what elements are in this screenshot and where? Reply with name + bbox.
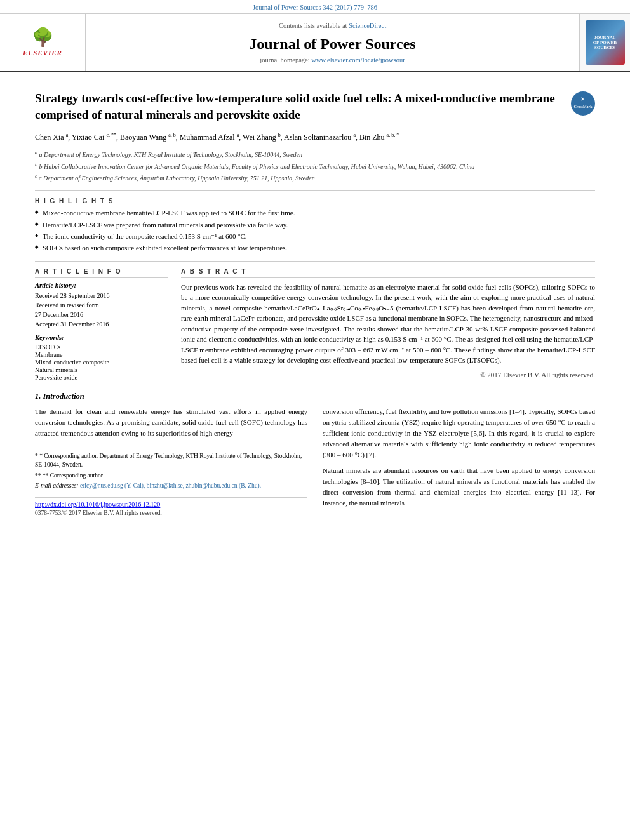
doi-link: http://dx.doi.org/10.1016/j.jpowsour.201… [35, 501, 307, 508]
journal-center: Contents lists available at ScienceDirec… [86, 14, 579, 71]
crossmark-text: CrossMark [573, 105, 592, 109]
copyright-line: © 2017 Elsevier B.V. All rights reserved… [181, 371, 595, 378]
science-direct-link: Contents lists available at ScienceDirec… [279, 22, 386, 29]
keywords-label: Keywords: [35, 334, 168, 341]
elsevier-tree-icon: 🌳 [32, 29, 54, 46]
journal-header: 🌳 ELSEVIER Contents lists available at S… [0, 14, 630, 72]
highlight-item-4: SOFCs based on such composite exhibited … [35, 243, 595, 253]
author-sup-a3: a [353, 132, 356, 138]
bottom-bar: http://dx.doi.org/10.1016/j.jpowsour.201… [35, 497, 307, 516]
author-sup-c: c, ** [106, 132, 116, 138]
keyword-3: Mixed-conductive composite [35, 359, 168, 366]
footnotes-area: * * Corresponding author. Department of … [35, 448, 307, 491]
intro-heading: 1. Introduction [35, 392, 595, 401]
affil-sup-b: b [35, 162, 37, 168]
journal-homepage: journal homepage: www.elsevier.com/locat… [260, 57, 405, 63]
footnote-corresponding-1: * * Corresponding author. Department of … [35, 452, 307, 470]
affiliation-a: a a Department of Energy Technology, KTH… [35, 149, 595, 159]
keyword-1: LTSOFCs [35, 343, 168, 350]
keyword-2: Membrane [35, 351, 168, 358]
abstract-column: A B S T R A C T Our previous work has re… [181, 268, 595, 382]
article-info-column: A R T I C L E I N F O Article history: R… [35, 268, 168, 382]
footnote-corresponding-2: ** ** Corresponding author [35, 472, 307, 481]
author-sup-ab: a, b [168, 132, 176, 138]
received-revised-date: 27 December 2016 [35, 310, 168, 319]
crossmark-label: ✕CrossMark [573, 97, 592, 110]
divider-2 [35, 261, 595, 262]
email-label: E-mail addresses: [35, 483, 79, 489]
highlight-item-1: Mixed-conductive membrane hematite/LCP-L… [35, 208, 595, 218]
affil-text-a: a Department of Energy Technology, KTH R… [39, 152, 302, 159]
footnote-emails: E-mail addresses: ericy@nus.edu.sg (Y. C… [35, 482, 307, 491]
contents-available-label: Contents lists available at [279, 22, 347, 29]
accepted-date: Accepted 31 December 2016 [35, 320, 168, 329]
elsevier-logo-box: 🌳 ELSEVIER [0, 14, 86, 71]
doi-anchor[interactable]: http://dx.doi.org/10.1016/j.jpowsour.201… [35, 501, 160, 508]
intro-left-text: The demand for clean and renewable energ… [35, 406, 307, 439]
elsevier-wordmark: ELSEVIER [23, 49, 62, 57]
divider-1 [35, 190, 595, 191]
authors-line: Chen Xia a, Yixiao Cai c, **, Baoyuan Wa… [35, 131, 595, 143]
affiliations-block: a a Department of Energy Technology, KTH… [35, 149, 595, 183]
intro-left-col: The demand for clean and renewable energ… [35, 406, 307, 516]
journal-logo-text: JOURNALOF POWERSOURCES [593, 35, 617, 50]
affiliation-b: b b Hubei Collaborative Innovation Cente… [35, 161, 595, 171]
abstract-paragraph: Our previous work has revealed the feasi… [181, 282, 595, 366]
highlight-item-2: Hematite/LCP-LSCF was prepared from natu… [35, 220, 595, 230]
article-info-label: A R T I C L E I N F O [35, 268, 168, 278]
keyword-4: Natural minerals [35, 366, 168, 373]
introduction-section: 1. Introduction The demand for clean and… [35, 392, 595, 516]
footnote-star-2: ** [35, 472, 41, 479]
journal-logo-image: JOURNALOF POWERSOURCES [586, 20, 625, 65]
top-citation-bar: Journal of Power Sources 342 (2017) 779–… [0, 0, 630, 14]
corresponding-author-label: * Corresponding author. Department of En… [35, 453, 302, 468]
highlights-section: H I G H L I G H T S Mixed-conductive mem… [35, 197, 595, 253]
keyword-5: Perovskite oxide [35, 374, 168, 381]
bottom-copyright: 0378-7753/© 2017 Elsevier B.V. All right… [35, 510, 307, 516]
intro-right-text-2: Natural minerals are abundant resources … [323, 465, 595, 509]
author-sup-a: a [66, 132, 69, 138]
homepage-label: journal homepage: [260, 57, 309, 63]
page: Journal of Power Sources 342 (2017) 779–… [0, 0, 630, 840]
journal-title: Journal of Power Sources [249, 36, 415, 53]
article-history-label: Article history: [35, 282, 168, 289]
corresponding-author-label-2: ** Corresponding author [43, 472, 103, 479]
affil-sup-c: c [35, 173, 37, 179]
article-title-text: Strategy towards cost-effective low-temp… [35, 91, 555, 121]
abstract-label: A B S T R A C T [181, 268, 595, 278]
science-direct-anchor[interactable]: ScienceDirect [349, 22, 386, 29]
footnote-star-1: * [35, 453, 38, 459]
crossmark-icon: ✕CrossMark [571, 91, 595, 116]
article-info-abstract-row: A R T I C L E I N F O Article history: R… [35, 268, 595, 382]
intro-body-columns: The demand for clean and renewable energ… [35, 406, 595, 516]
highlight-item-3: The ionic conductivity of the composite … [35, 232, 595, 241]
author-sup-a2: a [237, 132, 239, 138]
author-sup-ab2: a, b, * [387, 132, 399, 138]
intro-right-col: conversion efficiency, fuel flexibility,… [323, 406, 595, 516]
homepage-url[interactable]: www.elsevier.com/locate/jpowsour [311, 57, 405, 63]
affil-text-b: b Hubei Collaborative Innovation Center … [39, 163, 475, 170]
abstract-text: Our previous work has revealed the feasi… [181, 282, 595, 366]
email-addresses: ericy@nus.edu.sg (Y. Cai), binzhu@kth.se… [80, 483, 261, 489]
affiliation-c: c c Department of Engineering Sciences, … [35, 173, 595, 183]
content-area: ✕CrossMark Strategy towards cost-effecti… [0, 72, 630, 528]
journal-logo-box: JOURNALOF POWERSOURCES [579, 14, 630, 71]
affil-sup-a: a [35, 150, 37, 156]
crossmark-badge: ✕CrossMark [571, 91, 595, 116]
author-sup-b: b [278, 132, 281, 138]
affil-text-c: c Department of Engineering Sciences, Ån… [39, 175, 315, 182]
citation-text: Journal of Power Sources 342 (2017) 779–… [253, 4, 377, 11]
highlights-label: H I G H L I G H T S [35, 197, 595, 204]
article-title-block: ✕CrossMark Strategy towards cost-effecti… [35, 90, 595, 123]
received-revised-label: Received in revised form [35, 301, 168, 310]
intro-right-text: conversion efficiency, fuel flexibility,… [323, 406, 595, 460]
received-date: Received 28 September 2016 [35, 291, 168, 300]
